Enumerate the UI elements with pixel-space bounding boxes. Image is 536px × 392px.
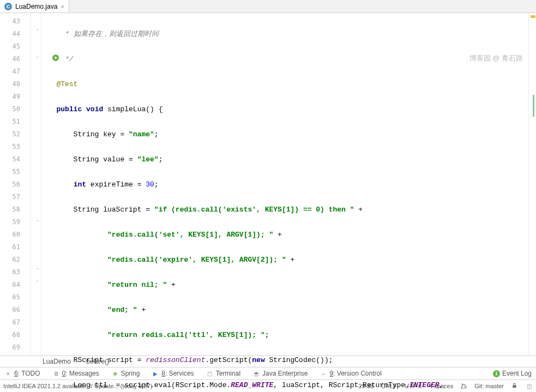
line-number: 46	[0, 53, 20, 65]
line-number: 65	[0, 291, 20, 304]
line-number: 58	[0, 203, 20, 216]
fold-open-icon[interactable]: ⌄	[35, 53, 40, 59]
line-number: 63	[0, 266, 20, 279]
close-icon[interactable]: ×	[61, 3, 64, 10]
line-number: 50	[0, 103, 20, 116]
watermark-text: 博客园 @ 青石路	[469, 53, 523, 63]
tab-luademo[interactable]: C LuaDemo.java ×	[0, 0, 69, 13]
editor: 4344454647484950515253545556575859606162…	[0, 13, 536, 355]
line-number: 52	[0, 128, 20, 141]
line-number: 59	[0, 216, 20, 228]
todo-icon: ≡	[4, 370, 12, 377]
line-number: 60	[0, 228, 20, 241]
line-number: 66	[0, 304, 20, 316]
line-number: 47	[0, 65, 20, 78]
change-marker[interactable]	[533, 95, 534, 117]
todo-toolwin[interactable]: ≡6: TODO	[4, 370, 40, 377]
editor-tabs: C LuaDemo.java ×	[0, 0, 536, 13]
error-stripe[interactable]	[528, 13, 536, 355]
line-number: 43	[0, 15, 20, 28]
fold-close-icon[interactable]: ⌃	[35, 267, 40, 273]
line-number: 48	[0, 78, 20, 91]
line-number: 64	[0, 279, 20, 291]
line-number: 62	[0, 254, 20, 266]
line-number: 49	[0, 91, 20, 103]
code-area[interactable]: * 如果存在，则返回过期时间 */ @Test public void simp…	[41, 13, 528, 355]
line-number: 56	[0, 178, 20, 191]
tab-label: LuaDemo.java	[15, 3, 57, 10]
java-class-icon: C	[4, 3, 12, 10]
line-number: 45	[0, 40, 20, 53]
line-gutter: 4344454647484950515253545556575859606162…	[0, 13, 31, 355]
line-number: 61	[0, 241, 20, 254]
warning-marker[interactable]	[531, 15, 535, 18]
line-number: 54	[0, 153, 20, 166]
line-number: 44	[0, 28, 20, 40]
fold-open-icon[interactable]: ⌄	[35, 217, 40, 222]
fold-gutter: ⌃ ⌄ ⌄ ⌃ ⌃	[31, 13, 41, 355]
line-number: 51	[0, 116, 20, 128]
fold-close-icon[interactable]: ⌃	[35, 280, 40, 285]
fold-close-icon[interactable]: ⌃	[35, 28, 40, 34]
line-number: 69	[0, 341, 20, 354]
line-number: 55	[0, 166, 20, 178]
line-number: 53	[0, 141, 20, 153]
line-number: 57	[0, 191, 20, 203]
line-number: 67	[0, 316, 20, 329]
line-number: 68	[0, 329, 20, 341]
